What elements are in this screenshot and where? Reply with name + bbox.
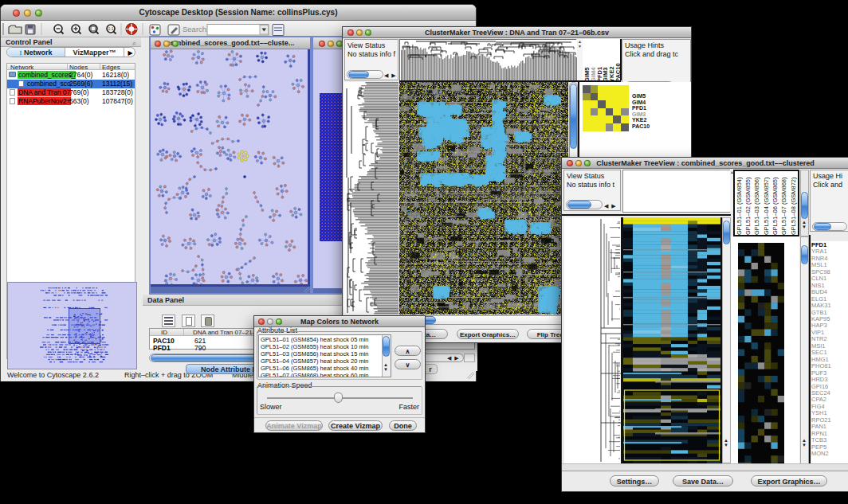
svg-text:Search:: Search:	[183, 25, 209, 33]
svg-text:1:1: 1:1	[108, 26, 114, 31]
